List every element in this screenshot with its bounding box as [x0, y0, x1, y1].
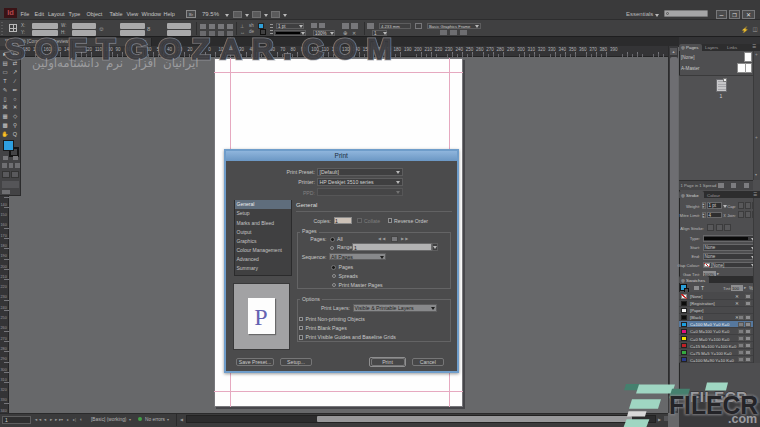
- svg-text:.com: .com: [728, 412, 757, 426]
